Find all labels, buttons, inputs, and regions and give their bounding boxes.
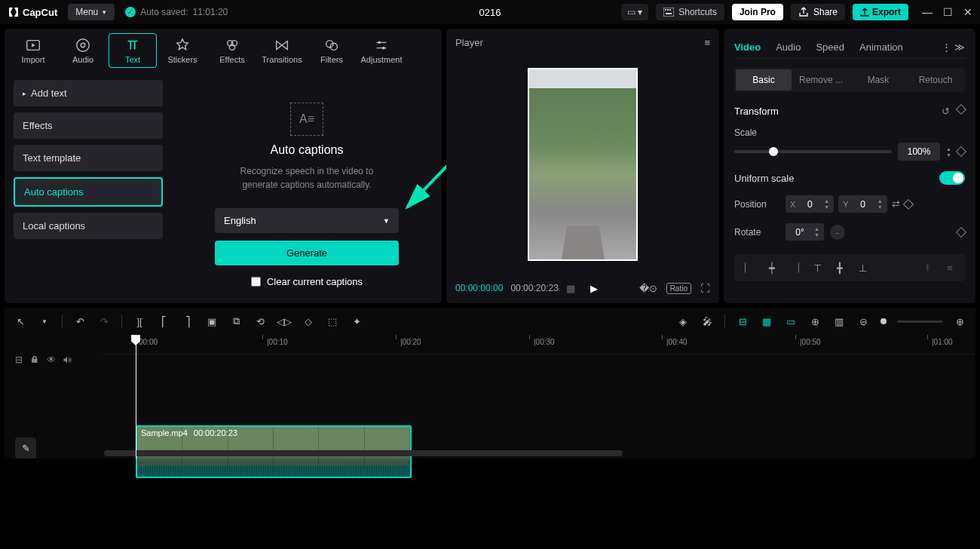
rotate-tool-icon[interactable]: ◇ [302, 314, 315, 328]
crop-icon[interactable]: ▣ [205, 314, 219, 328]
align-bottom-icon[interactable]: ⊥ [855, 260, 870, 275]
keyframe-icon[interactable] [956, 104, 966, 115]
inspector-tabs-more[interactable]: ⋮ ≫ [942, 41, 965, 53]
align-right-icon[interactable]: ⎹ [787, 260, 802, 275]
inspector-tab-speed[interactable]: Speed [816, 41, 844, 53]
scale-slider[interactable] [734, 150, 892, 153]
join-pro-button[interactable]: Join Pro [732, 4, 783, 20]
trim-right-icon[interactable]: ⎤ [181, 314, 194, 328]
sidebar-item-add-text[interactable]: ▸Add text [14, 80, 163, 106]
magnet-icon[interactable]: ◈ [676, 314, 690, 328]
trim-left-icon[interactable]: ⎡ [157, 314, 170, 328]
align-left-icon[interactable]: ⎸ [742, 260, 757, 275]
lock-icon[interactable]: 🔒︎ [30, 354, 39, 365]
tab-effects[interactable]: Effects [208, 34, 256, 67]
play-button[interactable]: ▶ [590, 283, 598, 294]
clear-captions-input[interactable] [251, 277, 261, 287]
scale-value[interactable]: 100% [898, 143, 940, 161]
reverse-icon[interactable]: ⟲ [253, 314, 267, 328]
minimize-icon[interactable]: — [922, 6, 933, 18]
uniform-scale-toggle[interactable] [939, 171, 965, 185]
subtab-mask[interactable]: Mask [850, 69, 906, 90]
mute-icon[interactable]: 🔊︎ [63, 354, 72, 365]
mirror-icon[interactable]: ◁▷ [277, 314, 291, 328]
layout-button[interactable]: ▭ ▾ [621, 4, 648, 20]
video-preview[interactable] [528, 68, 638, 261]
mirror-button[interactable]: - [830, 225, 845, 240]
menu-button[interactable]: Menu▼ [68, 4, 115, 20]
player-stage[interactable] [446, 56, 719, 273]
position-y-input[interactable]: Y0▲▼ [838, 195, 887, 213]
distribute-v-icon[interactable]: ≡ [942, 260, 957, 275]
clear-captions-checkbox[interactable]: Clear current captions [251, 276, 363, 287]
tab-stickers[interactable]: Stickers [158, 34, 207, 67]
player-menu-icon[interactable]: ≡ [704, 37, 710, 48]
link-xy-icon[interactable]: ⇄ [892, 198, 900, 210]
mic-icon[interactable]: 🎤︎ [700, 314, 714, 328]
rotate-input[interactable]: 0°▲▼ [786, 223, 824, 241]
scale-stepper[interactable]: ▲▼ [946, 146, 951, 158]
playhead[interactable] [136, 335, 136, 459]
zoom-track[interactable] [897, 321, 942, 323]
inspector-tab-video[interactable]: Video [734, 41, 761, 53]
align-center-h-icon[interactable]: ┿ [764, 260, 779, 275]
grid-icon[interactable]: ▦ [566, 283, 575, 294]
fullscreen-icon[interactable]: ⛶ [700, 283, 710, 294]
tab-adjustment[interactable]: Adjustment [357, 34, 406, 67]
duplicate-icon[interactable]: ⧉ [229, 314, 243, 328]
shortcuts-button[interactable]: Shortcuts [656, 4, 724, 20]
link-icon[interactable]: ▦ [760, 314, 773, 328]
pointer-dropdown-icon[interactable]: ▼ [38, 314, 51, 328]
ratio-button[interactable]: Ratio [666, 283, 691, 294]
generate-button[interactable]: Generate [215, 241, 399, 265]
tab-transitions[interactable]: Transitions [258, 34, 306, 67]
reset-icon[interactable]: ↺ [942, 106, 950, 117]
inspector-tab-audio[interactable]: Audio [776, 41, 801, 53]
preview-icon[interactable]: ▭ [784, 314, 798, 328]
share-button[interactable]: Share [791, 4, 845, 20]
pointer-tool-icon[interactable]: ↖ [14, 314, 27, 328]
sidebar-item-local-captions[interactable]: Local captions [14, 213, 163, 239]
undo-icon[interactable]: ↶ [73, 314, 87, 328]
subtab-retouch[interactable]: Retouch [908, 69, 963, 90]
project-name[interactable]: 0216 [479, 7, 501, 18]
marker-icon[interactable]: ⊕ [808, 314, 822, 328]
tab-audio[interactable]: Audio [59, 34, 107, 67]
sidebar-item-auto-captions[interactable]: Auto captions [14, 177, 163, 207]
inspector-tab-animation[interactable]: Animation [859, 41, 903, 53]
subtab-remove[interactable]: Remove ... [793, 69, 849, 90]
time-ruler[interactable]: 00:00 |00:10 |00:20 |00:30 |00:40 |00:50… [103, 335, 975, 354]
sidebar-item-effects[interactable]: Effects [14, 112, 163, 139]
visibility-icon[interactable]: 👁︎ [47, 354, 56, 365]
tab-text[interactable]: Text [109, 33, 157, 68]
position-keyframe-icon[interactable] [902, 198, 913, 209]
sidebar-item-text-template[interactable]: Text template [14, 145, 163, 171]
export-button[interactable]: Export [853, 4, 908, 20]
align-top-icon[interactable]: ⊤ [810, 260, 825, 275]
crop-tool-icon[interactable]: ⬚ [326, 314, 339, 328]
rotate-keyframe-icon[interactable] [956, 226, 966, 237]
language-select[interactable]: English ▼ [215, 208, 399, 233]
split-icon[interactable]: ]​[ [133, 314, 146, 328]
scale-keyframe-icon[interactable] [956, 146, 966, 157]
subtab-basic[interactable]: Basic [736, 69, 792, 90]
align-center-v-icon[interactable]: ╋ [832, 260, 847, 275]
timeline-scrollbar[interactable] [104, 450, 968, 456]
collapse-icon[interactable]: ⊟ [15, 354, 23, 365]
redo-icon[interactable]: ↷ [97, 314, 111, 328]
zoom-out-icon[interactable]: ⊖ [856, 314, 870, 328]
zoom-in-icon[interactable]: ⊕ [953, 314, 966, 328]
zoom-slider[interactable] [880, 318, 887, 324]
distribute-h-icon[interactable]: ⦀ [920, 260, 935, 275]
snap-icon[interactable]: ⊟ [736, 314, 749, 328]
enhance-icon[interactable]: ✦ [350, 314, 363, 328]
position-x-input[interactable]: X0▲▼ [786, 195, 834, 213]
close-icon[interactable]: ✕ [963, 6, 972, 18]
edit-track-icon[interactable]: ✎ [15, 437, 36, 459]
tab-import[interactable]: Import [9, 34, 57, 67]
cover-icon[interactable]: ▥ [832, 314, 846, 328]
maximize-icon[interactable]: ☐ [943, 6, 953, 18]
scan-icon[interactable]: �⊙ [639, 283, 657, 294]
track-area[interactable]: Sample.mp400:00:20:23 [103, 354, 975, 459]
tab-filters[interactable]: Filters [308, 34, 356, 67]
